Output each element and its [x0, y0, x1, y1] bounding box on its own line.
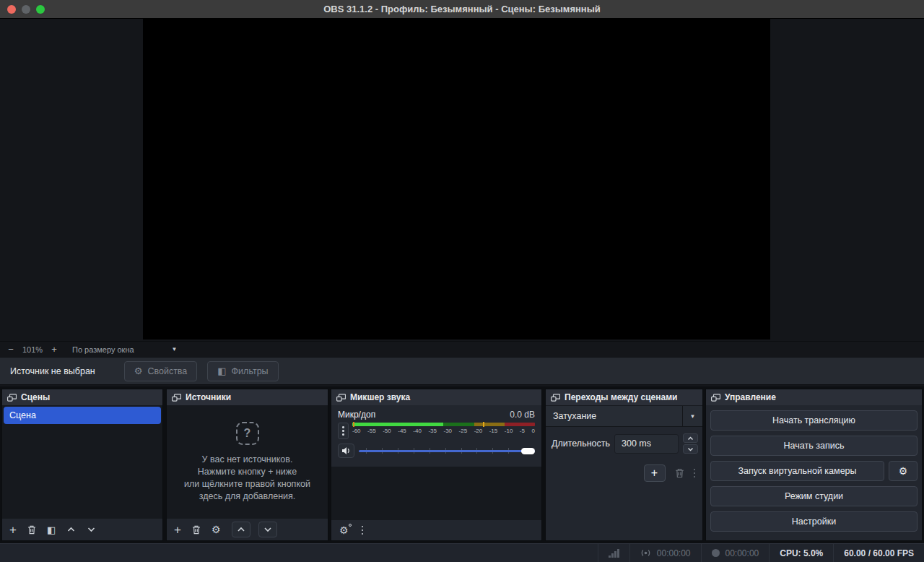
panel-icon	[551, 394, 560, 402]
scenes-panel-title: Сцены	[21, 392, 50, 402]
mixer-channel: Микр/доп 0.0 dB -60 -55	[331, 405, 541, 467]
record-time-group: 00:00:00	[702, 548, 770, 558]
transition-select[interactable]: Затухание ▼	[546, 405, 702, 427]
add-scene-button[interactable]: +	[9, 524, 17, 536]
empty-line: Нажмите кнопку + ниже	[184, 466, 310, 478]
scenes-panel: Сцены Сцена + ◧	[1, 389, 163, 541]
gear-icon: ⚙	[134, 366, 143, 376]
sources-empty-text: У вас нет источников. Нажмите кнопку + н…	[184, 454, 310, 503]
duration-increase-button[interactable]	[683, 433, 698, 443]
preview-area	[0, 19, 924, 341]
transitions-empty-area	[546, 488, 702, 540]
scenes-toolbar: + ◧	[2, 519, 162, 540]
record-icon	[712, 549, 720, 557]
channel-level-db: 0.0 dB	[510, 410, 535, 420]
move-scene-down-button[interactable]	[87, 527, 96, 532]
mixer-panel-header[interactable]: Микшер звука	[331, 389, 541, 405]
transition-menu-button[interactable]	[694, 469, 696, 478]
meter-tick: -60	[352, 428, 361, 434]
volume-meter-wrap: -60 -55 -50 -45 -40 -35 -30 -25 -20 -15 …	[352, 423, 535, 434]
scene-list-item-selected[interactable]: Сцена	[4, 407, 161, 424]
duration-decrease-button[interactable]	[683, 444, 698, 454]
move-source-up-button[interactable]	[232, 522, 250, 537]
zoom-window-button[interactable]	[36, 5, 45, 14]
scene-filters-button[interactable]: ◧	[47, 525, 56, 535]
scenes-panel-header[interactable]: Сцены	[2, 389, 162, 405]
zoom-in-button[interactable]: +	[46, 344, 62, 355]
dropdown-caret-icon[interactable]: ▼	[682, 406, 702, 426]
properties-button[interactable]: ⚙ Свойства	[124, 361, 198, 381]
start-virtual-camera-button[interactable]: Запуск виртуальной камеры	[710, 461, 884, 481]
mixer-channel-labels: Микр/доп 0.0 dB	[338, 410, 535, 420]
meter-tick: -10	[505, 428, 513, 434]
start-recording-button[interactable]: Начать запись	[710, 436, 918, 456]
minimize-window-button[interactable]	[22, 5, 30, 14]
mixer-empty-area	[331, 467, 541, 520]
zoom-level: 101%	[19, 345, 46, 354]
traffic-lights	[7, 5, 45, 14]
sources-panel-header[interactable]: Источники	[167, 389, 328, 405]
remove-transition-button[interactable]	[675, 468, 684, 478]
zoom-out-button[interactable]: −	[3, 344, 19, 355]
scene-canvas[interactable]	[143, 19, 770, 340]
cpu-usage: CPU: 5.0%	[770, 548, 833, 558]
meter-tick: -30	[443, 428, 452, 434]
remove-scene-button[interactable]	[27, 525, 36, 535]
stream-time: 00:00:00	[657, 548, 691, 558]
filters-button[interactable]: ◧ Фильтры	[207, 361, 278, 381]
settings-button[interactable]: Настройки	[710, 511, 918, 532]
record-time: 00:00:00	[725, 548, 759, 558]
chevron-down-icon	[263, 527, 272, 532]
channel-menu-button[interactable]	[338, 423, 349, 439]
add-source-button[interactable]: +	[174, 524, 181, 536]
transitions-panel-header[interactable]: Переходы между сценами	[546, 389, 702, 405]
move-source-down-button[interactable]	[258, 522, 277, 537]
volume-slider-track	[359, 450, 535, 452]
scene-list[interactable]: Сцена	[2, 405, 162, 519]
studio-mode-button[interactable]: Режим студии	[710, 486, 918, 506]
duration-spinner	[683, 433, 698, 454]
panel-icon	[711, 394, 720, 402]
mixer-toolbar: ⚙	[331, 520, 541, 540]
close-window-button[interactable]	[7, 5, 16, 14]
start-streaming-button[interactable]: Начать трансляцию	[710, 410, 918, 431]
move-scene-up-button[interactable]	[66, 527, 76, 532]
sources-toolbar: + ⚙	[167, 519, 328, 540]
mixer-panel-title: Микшер звука	[350, 392, 410, 402]
empty-line: У вас нет источников.	[184, 454, 310, 466]
sources-panel: Источники ? У вас нет источников. Нажмит…	[166, 389, 328, 541]
meter-scale: -60 -55 -50 -45 -40 -35 -30 -25 -20 -15 …	[352, 428, 535, 434]
virtual-camera-settings-button[interactable]: ⚙	[889, 461, 918, 481]
controls-panel-title: Управление	[725, 392, 776, 402]
source-properties-button[interactable]: ⚙	[212, 524, 221, 535]
volume-slider[interactable]	[359, 446, 535, 456]
remove-source-button[interactable]	[192, 525, 201, 535]
mixer-menu-button[interactable]	[362, 526, 364, 535]
volume-slider-handle[interactable]	[521, 448, 535, 454]
duration-field[interactable]: 300 ms	[614, 434, 679, 454]
dock-area: Сцены Сцена + ◧ Источники ? У вас	[0, 386, 924, 543]
meter-tick: -55	[367, 428, 376, 434]
controls-panel-header[interactable]: Управление	[706, 389, 922, 405]
advanced-audio-properties-button[interactable]: ⚙	[339, 525, 349, 535]
fps-indicator: 60.00 / 60.00 FPS	[834, 548, 924, 558]
chevron-down-icon	[687, 447, 694, 451]
panel-icon	[172, 394, 181, 402]
mute-button[interactable]	[338, 444, 354, 458]
broadcast-icon	[640, 548, 651, 558]
fit-mode-caret-icon[interactable]: ▼	[172, 346, 178, 353]
connection-bars-icon	[598, 549, 629, 558]
sources-empty-state[interactable]: ? У вас нет источников. Нажмите кнопку +…	[167, 405, 328, 519]
duration-row: Длительность 300 ms	[546, 427, 702, 458]
add-transition-button[interactable]: +	[644, 464, 666, 482]
fit-mode-label[interactable]: По размеру окна	[72, 345, 134, 354]
audio-mixer-panel: Микшер звука Микр/доп 0.0 dB	[331, 389, 542, 541]
meter-tick: -50	[383, 428, 391, 434]
meter-input-marker	[353, 422, 354, 427]
transitions-buttons: +	[546, 458, 702, 488]
meter-tick: -35	[428, 428, 437, 434]
filter-icon: ◧	[217, 366, 226, 376]
empty-line: здесь для добавления.	[184, 490, 310, 503]
meter-tick: -45	[398, 428, 406, 434]
sources-panel-title: Источники	[186, 392, 231, 402]
